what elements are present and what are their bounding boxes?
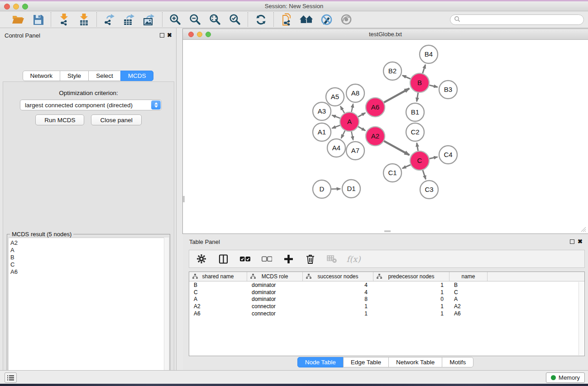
edge-C-C3[interactable] [423, 170, 426, 179]
edge-A-A3[interactable] [332, 115, 340, 118]
birdseye-view-icon[interactable] [339, 13, 353, 26]
edge-B-B2[interactable] [402, 76, 411, 79]
column-header-successor-nodes[interactable]: successor nodes [303, 272, 373, 281]
column-header-shared-name[interactable]: shared name [189, 272, 247, 281]
cell-predecessor-nodes[interactable]: 1 [373, 289, 449, 295]
cell-shared-name[interactable]: A2 [189, 303, 247, 310]
node-C2[interactable]: C2 [406, 123, 424, 141]
edge-A-A2[interactable] [358, 127, 365, 131]
table-row-C[interactable]: Cdominator41C [189, 289, 584, 296]
network-window-titlebar[interactable]: testGlobe.txt [183, 29, 588, 40]
edge-A-A8[interactable] [351, 104, 353, 112]
export-image-icon[interactable] [143, 13, 156, 26]
network-canvas[interactable]: B4B2BB3A8A5A6A3B1AA1C2A2A4A7C4CC1C3DD1 [183, 40, 587, 233]
result-scrollbar[interactable] [164, 238, 169, 386]
cell-name[interactable]: B [449, 282, 488, 288]
cell-MCDS-role[interactable]: connector [247, 310, 303, 317]
node-A4[interactable]: A4 [327, 139, 345, 157]
task-history-button[interactable] [5, 372, 17, 383]
tab-edge-table[interactable]: Edge Table [343, 357, 389, 367]
table-row-A[interactable]: Adominator80A [189, 296, 584, 303]
edge-A-A7[interactable] [351, 132, 353, 140]
edge-A-A1[interactable] [332, 125, 340, 129]
node-A5[interactable]: A5 [326, 88, 344, 106]
close-panel-icon[interactable]: ✖ [167, 32, 172, 38]
zoom-out-icon[interactable] [188, 13, 202, 26]
tab-network-table[interactable]: Network Table [388, 357, 442, 367]
node-C1[interactable]: C1 [383, 164, 402, 182]
column-header-predecessor-nodes[interactable]: predecessor nodes [373, 272, 449, 281]
run-mcds-button[interactable]: Run MCDS [35, 114, 84, 125]
node-B2[interactable]: B2 [383, 62, 402, 80]
node-A2[interactable]: A2 [366, 127, 385, 146]
tab-mcds[interactable]: MCDS [120, 71, 154, 81]
result-item-C[interactable]: C [10, 261, 168, 268]
close-panel-button[interactable]: Close panel [91, 114, 141, 125]
resize-grip-icon[interactable] [580, 226, 586, 232]
search-box[interactable] [450, 14, 584, 25]
cell-predecessor-nodes[interactable]: 1 [373, 310, 449, 317]
node-D1[interactable]: D1 [342, 180, 360, 198]
node-A6[interactable]: A6 [366, 98, 385, 117]
node-B1[interactable]: B1 [406, 103, 424, 121]
cell-shared-name[interactable]: A6 [189, 310, 247, 317]
edge-B-B3[interactable] [429, 85, 437, 87]
edge-C-C4[interactable] [430, 157, 438, 159]
table-close-icon[interactable]: ✖ [578, 238, 583, 245]
result-item-A[interactable]: A [10, 247, 168, 254]
tab-node-table[interactable]: Node Table [297, 357, 344, 367]
column-header-MCDS-role[interactable]: MCDS role [247, 272, 303, 281]
table-float-icon[interactable] [570, 239, 574, 244]
table-row-B[interactable]: Bdominator41B [189, 281, 584, 289]
open-session-icon[interactable] [11, 13, 25, 26]
table-row-A6[interactable]: A6connector11A6 [189, 310, 584, 317]
deselect-all-icon[interactable] [261, 253, 272, 265]
home-icon[interactable] [300, 13, 313, 26]
edge-C-C2[interactable] [417, 143, 418, 151]
cell-MCDS-role[interactable]: connector [247, 303, 303, 310]
settings-icon[interactable] [196, 253, 207, 265]
node-B4[interactable]: B4 [420, 45, 438, 63]
node-A3[interactable]: A3 [313, 102, 331, 120]
cell-shared-name[interactable]: C [189, 289, 247, 295]
edge-A-A5[interactable] [340, 106, 344, 113]
memory-button[interactable]: Memory [546, 372, 585, 383]
cell-name[interactable]: C [449, 289, 488, 295]
edge-C-C1[interactable] [402, 165, 411, 168]
edge-B-B1[interactable] [417, 93, 418, 102]
hide-graphics-details-icon[interactable] [320, 13, 333, 26]
tab-select[interactable]: Select [88, 71, 121, 81]
node-C4[interactable]: C4 [439, 146, 457, 164]
cell-successor-nodes[interactable]: 8 [303, 296, 373, 302]
cell-shared-name[interactable]: B [189, 282, 247, 288]
network-graph[interactable]: B4B2BB3A8A5A6A3B1AA1C2A2A4A7C4CC1C3DD1 [183, 40, 587, 233]
edge-A-A4[interactable] [341, 131, 345, 138]
float-panel-icon[interactable] [160, 33, 164, 38]
edge-B-B4[interactable] [423, 65, 425, 73]
columns-icon[interactable] [217, 253, 229, 265]
vertical-scroll-indicator[interactable] [183, 196, 185, 202]
cell-successor-nodes[interactable]: 1 [303, 310, 373, 317]
zoom-in-icon[interactable] [168, 13, 182, 26]
node-A8[interactable]: A8 [346, 84, 364, 102]
node-C3[interactable]: C3 [420, 181, 438, 199]
criterion-select[interactable]: largest connected component (directed) [20, 100, 162, 110]
table-row-A2[interactable]: A2connector11A2 [189, 303, 584, 310]
import-network-icon[interactable] [57, 13, 71, 26]
node-C[interactable]: C [410, 151, 429, 170]
column-header-name[interactable]: name [449, 272, 488, 281]
node-B[interactable]: B [410, 73, 429, 92]
result-item-B[interactable]: B [10, 254, 168, 261]
add-row-icon[interactable] [282, 253, 294, 265]
cell-successor-nodes[interactable]: 1 [303, 303, 373, 310]
edge-A-A6[interactable] [358, 113, 365, 117]
zoom-fit-icon[interactable] [208, 13, 222, 26]
edge-A2-C[interactable] [384, 141, 409, 155]
tab-motifs[interactable]: Motifs [442, 357, 473, 367]
cell-predecessor-nodes[interactable]: 1 [373, 303, 449, 310]
select-all-icon[interactable] [239, 253, 251, 265]
tab-style[interactable]: Style [60, 71, 89, 81]
cell-successor-nodes[interactable]: 4 [303, 289, 373, 295]
node-A[interactable]: A [340, 112, 359, 131]
edge-A6-B[interactable] [384, 89, 409, 103]
